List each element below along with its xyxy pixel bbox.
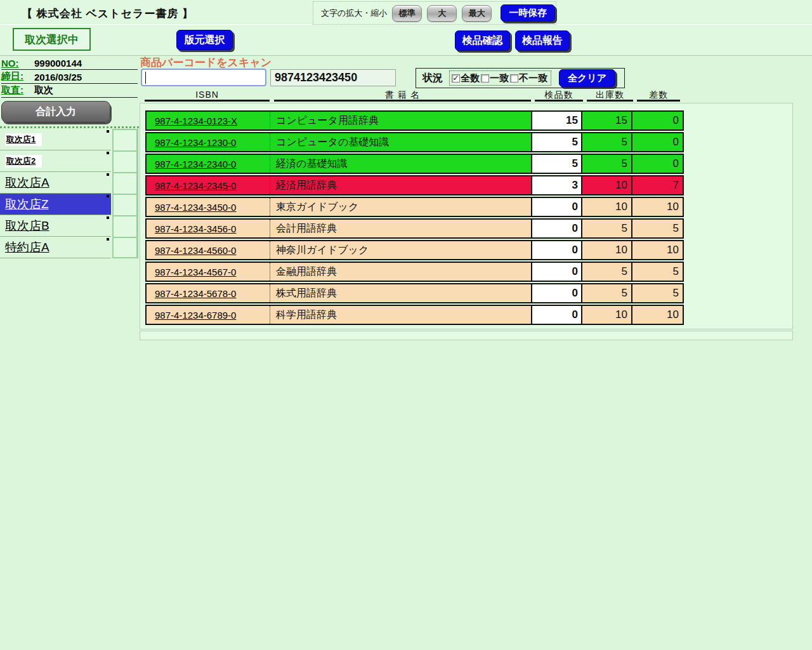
empty-cell: [112, 237, 138, 258]
table-row: 987-4-1234-3456-0会計用語辞典055: [145, 218, 684, 239]
column-header-inspected: 検品数: [535, 90, 583, 102]
isbn-link[interactable]: 987-4-1234-3456-0: [155, 223, 236, 234]
checkbox-全数[interactable]: ✓: [452, 74, 460, 83]
isbn-link[interactable]: 987-4-1234-5678-0: [155, 288, 236, 299]
no-label: NO:: [1, 58, 34, 69]
sidebar-item-label: 特約店A: [5, 239, 49, 256]
isbn-link[interactable]: 987-4-1234-3450-0: [155, 202, 236, 213]
font-size-label: 文字の拡大・縮小: [321, 8, 387, 19]
inspected-count-input[interactable]: 0: [531, 284, 581, 302]
inspected-count-input[interactable]: 5: [531, 155, 581, 173]
inspected-count-input[interactable]: 3: [531, 176, 581, 194]
top-bar: 【 株式会社 ベストセラー書房 】 文字の拡大・縮小 標準 大 最大 一時保存: [0, 0, 812, 25]
font-max-button[interactable]: 最大: [462, 5, 492, 22]
empty-cell: [112, 150, 138, 172]
clear-all-button[interactable]: 全クリア: [559, 69, 615, 87]
book-title-cell: 経済の基礎知識: [270, 155, 531, 173]
checkbox-label: 全数: [461, 72, 480, 84]
checkbox-不一致[interactable]: [510, 74, 518, 83]
cell-marker-square: [107, 195, 109, 197]
isbn-link[interactable]: 987-4-1234-6789-0: [155, 310, 236, 321]
header-info: NO: 999000144 締日: 2016/03/25 取直: 取次: [1, 56, 138, 98]
book-title-cell: 株式用語辞典: [270, 284, 531, 302]
total-input-button[interactable]: 合計入力: [1, 101, 110, 123]
shipped-count-cell: 5: [581, 284, 631, 302]
isbn-link[interactable]: 987-4-1234-0123-X: [155, 116, 237, 126]
isbn-cell: 987-4-1234-4560-0: [147, 241, 270, 259]
inspected-count-input[interactable]: 0: [531, 241, 581, 259]
book-title-cell: 科学用語辞典: [270, 306, 531, 324]
shipped-count-cell: 5: [581, 155, 631, 173]
agency-list: 取次店1取次店2取次店A取次店Z取次店B特約店A: [0, 129, 111, 258]
table-row: 987-4-1234-2340-0経済の基礎知識550: [145, 154, 684, 174]
table-row: 987-4-1234-2345-0経済用語辞典3107: [145, 175, 684, 196]
table-row: 987-4-1234-6789-0科学用語辞典01010: [145, 305, 684, 325]
info-row-no: NO: 999000144: [1, 56, 138, 70]
isbn-link[interactable]: 987-4-1234-4567-0: [155, 267, 236, 277]
inspected-count-input[interactable]: 0: [531, 263, 581, 281]
diff-count-cell: 10: [631, 241, 683, 259]
sidebar-item-label: 取次店A: [5, 175, 49, 191]
temp-save-button[interactable]: 一時保存: [501, 4, 555, 22]
sidebar-item-取次店A[interactable]: 取次店A: [0, 172, 111, 194]
route-value: 取次: [34, 84, 53, 96]
inspected-count-input[interactable]: 0: [531, 198, 581, 216]
info-row-route: 取直: 取次: [1, 84, 138, 98]
sidebar-item-取次店B[interactable]: 取次店B: [0, 215, 111, 237]
diff-count-cell: 0: [631, 112, 683, 129]
inspected-count-input[interactable]: 0: [531, 306, 581, 324]
isbn-link[interactable]: 987-4-1234-2340-0: [155, 159, 236, 169]
isbn-link[interactable]: 987-4-1234-4560-0: [155, 245, 236, 256]
book-title-cell: 経済用語辞典: [270, 176, 531, 194]
book-title-cell: 神奈川ガイドブック: [270, 241, 531, 259]
publisher-select-button[interactable]: 版元選択: [176, 30, 233, 50]
isbn-cell: 987-4-1234-5678-0: [147, 284, 270, 302]
table-row: 987-4-1234-4560-0神奈川ガイドブック01010: [145, 240, 684, 260]
inspect-confirm-button[interactable]: 検品確認: [455, 30, 510, 51]
shipped-count-cell: 10: [581, 198, 631, 216]
column-header-title: 書 籍 名: [274, 90, 531, 102]
status-filter-options: ✓全数一致不一致: [449, 70, 551, 86]
book-title-cell: 東京ガイドブック: [270, 198, 531, 216]
inspected-count-input[interactable]: 15: [531, 112, 581, 129]
inspected-count-input[interactable]: 5: [531, 133, 581, 151]
cell-marker-square: [107, 173, 109, 176]
status-filter-label: 状況: [422, 72, 443, 85]
isbn-cell: 987-4-1234-6789-0: [147, 306, 270, 324]
book-title-cell: コンピュータ用語辞典: [270, 112, 531, 129]
text-caret: [145, 72, 146, 84]
table-row: 987-4-1234-4567-0金融用語辞典055: [145, 262, 684, 282]
diff-count-cell: 5: [631, 220, 683, 237]
font-large-button[interactable]: 大: [427, 5, 457, 22]
closing-date-label: 締日:: [1, 70, 34, 83]
toolbar: 取次選択中 版元選択 検品確認 検品報告: [0, 27, 812, 56]
diff-count-cell: 0: [631, 133, 683, 151]
sidebar-item-取次店2[interactable]: 取次店2: [0, 150, 111, 172]
status-filter-group: 状況 ✓全数一致不一致 全クリア: [416, 68, 625, 88]
shipped-count-cell: 5: [581, 133, 631, 151]
checkbox-一致[interactable]: [481, 74, 489, 83]
font-size-control-group: 文字の拡大・縮小 標準 大 最大 一時保存: [313, 1, 556, 25]
isbn-link[interactable]: 987-4-1234-1230-0: [155, 137, 236, 148]
barcode-input[interactable]: [141, 69, 266, 86]
isbn-link[interactable]: 987-4-1234-2345-0: [155, 180, 236, 191]
book-title-cell: コンピュータの基礎知識: [270, 133, 531, 151]
agency-selecting-status: 取次選択中: [13, 28, 91, 51]
book-title-cell: 会計用語辞典: [270, 220, 531, 237]
sidebar-item-取次店Z[interactable]: 取次店Z: [0, 194, 111, 215]
isbn-cell: 987-4-1234-3456-0: [147, 220, 270, 237]
isbn-cell: 987-4-1234-0123-X: [147, 112, 270, 129]
sidebar-item-label: 取次店2: [5, 155, 42, 168]
scanned-barcode-value: 9874123423450: [270, 69, 396, 86]
sidebar-dotted-divider: [0, 126, 139, 128]
cell-marker-square: [107, 152, 109, 154]
diff-count-cell: 5: [631, 263, 683, 281]
inspected-count-input[interactable]: 0: [531, 220, 581, 237]
book-title-cell: 金融用語辞典: [270, 263, 531, 281]
diff-count-cell: 10: [631, 306, 683, 324]
column-header-isbn: ISBN: [145, 90, 270, 102]
sidebar-item-取次店1[interactable]: 取次店1: [0, 129, 111, 150]
font-standard-button[interactable]: 標準: [392, 5, 422, 22]
sidebar-item-特約店A[interactable]: 特約店A: [0, 237, 111, 258]
inspect-report-button[interactable]: 検品報告: [515, 30, 570, 51]
